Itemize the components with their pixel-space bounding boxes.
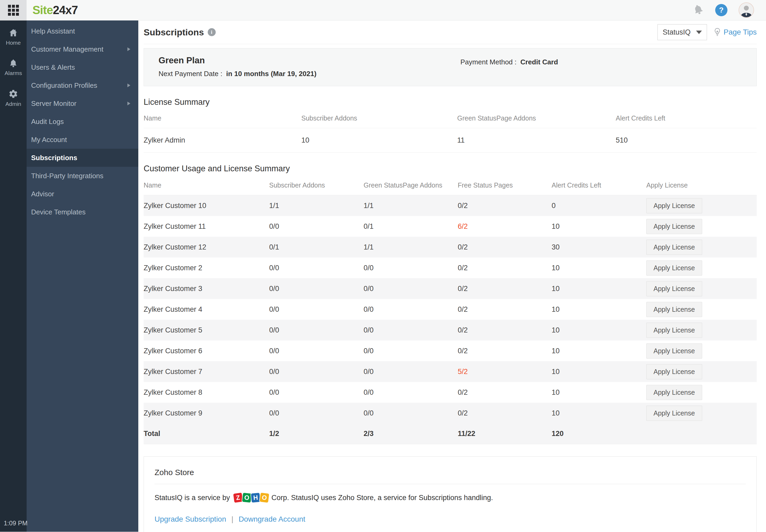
upgrade-subscription-link[interactable]: Upgrade Subscription [155, 515, 226, 523]
apply-license-button[interactable]: Apply License [646, 343, 702, 359]
cell-green-statuspage-addons: 0/0 [364, 326, 458, 334]
apply-license-button[interactable]: Apply License [646, 240, 702, 255]
table-row: Zylker Admin 10 11 510 [144, 128, 757, 153]
column-header: Name [144, 114, 301, 122]
chevron-down-icon [696, 31, 702, 34]
sidebar-item-subscriptions[interactable]: Subscriptions [27, 149, 138, 167]
cell-alert-credits-left: 510 [616, 136, 757, 144]
zoho-logo-letter: H [250, 492, 261, 503]
user-avatar[interactable] [739, 2, 754, 18]
cell-free-status-pages: 0/2 [458, 285, 552, 293]
column-header: Free Status Pages [458, 181, 552, 189]
zoho-store-description: StatusIQ is a service by Z O H O Corp. S… [155, 493, 746, 503]
logo-dark-part: 24x7 [53, 3, 78, 16]
table-row: Zylker Customer 6 0/0 0/0 0/2 10 Apply L… [144, 340, 757, 361]
zoho-store-title: Zoho Store [155, 468, 746, 477]
gear-icon [9, 89, 18, 99]
info-icon[interactable]: i [208, 28, 216, 36]
zoho-store-links: Upgrade Subscription | Downgrade Account [155, 515, 746, 523]
payment-method-value: Credit Card [520, 58, 558, 66]
cell-green-statuspage-addons-total: 2/3 [364, 430, 458, 438]
cell-green-statuspage-addons: 0/0 [364, 285, 458, 293]
column-header: Green StatusPage Addons [364, 181, 458, 189]
cell-alert-credits-left: 10 [552, 368, 646, 376]
plan-summary-box: Green Plan Next Payment Date : in 10 mon… [144, 48, 757, 86]
cell-free-status-pages: 0/2 [458, 347, 552, 355]
sidebar-item-audit-logs[interactable]: Audit Logs [27, 113, 138, 131]
sidebar-item-users-alerts[interactable]: Users & Alerts [27, 58, 138, 76]
table-row: Zylker Customer 3 0/0 0/0 0/2 10 Apply L… [144, 278, 757, 299]
statusiq-dropdown-value: StatusIQ [663, 28, 690, 36]
rail-item-home[interactable]: Home [6, 28, 21, 46]
sidebar-item-customer-management[interactable]: Customer Management [27, 40, 138, 58]
rail-item-label: Admin [5, 101, 21, 107]
apply-license-button[interactable]: Apply License [646, 260, 702, 276]
sidebar-item-my-account[interactable]: My Account [27, 131, 138, 149]
cell-alert-credits-left: 10 [552, 305, 646, 314]
help-icon[interactable]: ? [715, 4, 727, 16]
apply-license-button[interactable]: Apply License [646, 364, 702, 379]
sidebar-item-configuration-profiles[interactable]: Configuration Profiles [27, 76, 138, 94]
table-row: Zylker Customer 9 0/0 0/0 0/2 10 Apply L… [144, 403, 757, 423]
table-total-row: Total 1/2 2/3 11/22 120 [144, 423, 757, 444]
table-row: Zylker Customer 12 0/1 1/1 0/2 30 Apply … [144, 237, 757, 257]
sidebar-item-label: Help Assistant [31, 27, 75, 35]
cell-free-status-pages: 0/2 [458, 409, 552, 417]
apply-license-button[interactable]: Apply License [646, 302, 702, 317]
column-header: Apply License [646, 181, 757, 189]
cell-free-status-pages: 0/2 [458, 388, 552, 397]
sidebar-item-advisor[interactable]: Advisor [27, 185, 138, 203]
payment-method-label: Payment Method : [460, 58, 517, 66]
apply-license-button[interactable]: Apply License [646, 281, 702, 296]
zoho-text-before: StatusIQ is a service by [155, 494, 230, 502]
admin-sidebar: Help Assistant Customer Management Users… [27, 20, 138, 532]
cell-alert-credits-left: 10 [552, 285, 646, 293]
next-payment-label: Next Payment Date : [159, 70, 222, 78]
apply-license-button[interactable]: Apply License [646, 323, 702, 338]
cell-alert-credits-left: 30 [552, 243, 646, 251]
cell-green-statuspage-addons: 0/0 [364, 368, 458, 376]
cell-green-statuspage-addons: 0/0 [364, 409, 458, 417]
table-row: Zylker Customer 7 0/0 0/0 5/2 10 Apply L… [144, 361, 757, 382]
table-row: Zylker Customer 5 0/0 0/0 0/2 10 Apply L… [144, 320, 757, 340]
plan-name: Green Plan [159, 55, 460, 65]
sidebar-item-third-party-integrations[interactable]: Third-Party Integrations [27, 167, 138, 185]
app-grid-button[interactable] [0, 0, 27, 20]
sidebar-item-server-monitor[interactable]: Server Monitor [27, 94, 138, 113]
rail-item-alarms[interactable]: Alarms [5, 59, 22, 76]
apply-license-button[interactable]: Apply License [646, 219, 702, 234]
page-tips-link[interactable]: Page Tips [713, 28, 757, 37]
sidebar-item-label: Third-Party Integrations [31, 172, 103, 180]
statusiq-dropdown[interactable]: StatusIQ [657, 24, 707, 40]
cell-green-statuspage-addons: 0/0 [364, 347, 458, 355]
column-header: Subscriber Addons [269, 181, 364, 189]
cell-alert-credits-left: 10 [552, 388, 646, 397]
rail-item-admin[interactable]: Admin [5, 89, 21, 107]
cell-green-statuspage-addons: 0/0 [364, 305, 458, 314]
usage-header-row: Name Subscriber Addons Green StatusPage … [144, 181, 757, 195]
submenu-arrow-icon [127, 84, 130, 87]
sidebar-item-help-assistant[interactable]: Help Assistant [27, 22, 138, 40]
submenu-arrow-icon [127, 47, 130, 51]
next-payment-line: Next Payment Date : in 10 months (Mar 19… [159, 70, 460, 78]
cell-free-status-pages-alert: 5/2 [458, 368, 552, 376]
apply-license-button[interactable]: Apply License [646, 385, 702, 400]
cell-name: Zylker Customer 2 [144, 264, 269, 272]
cell-subscriber-addons: 0/1 [269, 243, 364, 251]
apply-license-button[interactable]: Apply License [646, 406, 702, 421]
rail-item-label: Home [6, 40, 21, 46]
license-summary-header-row: Name Subscriber Addons Green StatusPage … [144, 114, 757, 128]
column-header: Alert Credits Left [616, 114, 757, 122]
usage-table: Name Subscriber Addons Green StatusPage … [144, 181, 757, 444]
cell-subscriber-addons: 0/0 [269, 409, 364, 417]
license-summary-table: Name Subscriber Addons Green StatusPage … [144, 114, 757, 153]
sidebar-item-device-templates[interactable]: Device Templates [27, 203, 138, 221]
notifications-bell-icon[interactable] [691, 3, 706, 18]
cell-alert-credits-left: 10 [552, 326, 646, 334]
apply-license-button[interactable]: Apply License [646, 198, 702, 213]
cell-name: Zylker Customer 8 [144, 388, 269, 397]
cell-green-statuspage-addons: 11 [457, 136, 616, 144]
sidebar-item-label: My Account [31, 136, 67, 144]
downgrade-account-link[interactable]: Downgrade Account [239, 515, 305, 523]
cell-alert-credits-left: 10 [552, 222, 646, 231]
